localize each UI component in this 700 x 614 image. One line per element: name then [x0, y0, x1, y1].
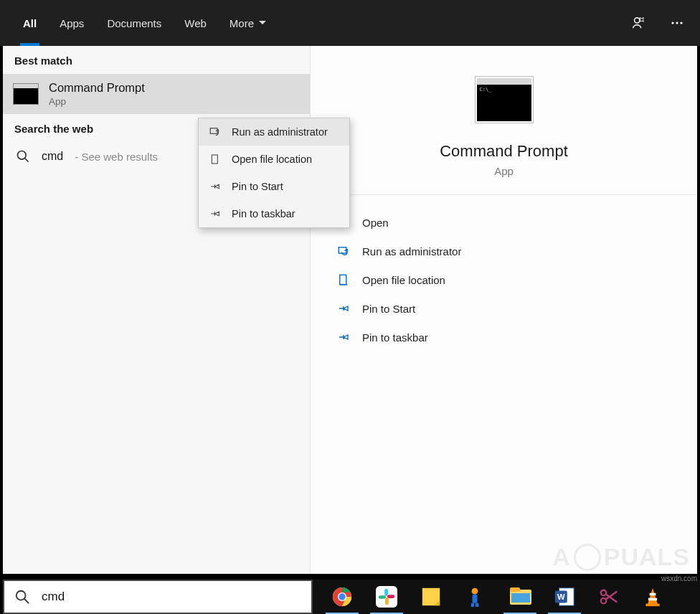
detail-app-icon-frame [475, 76, 534, 123]
svg-rect-25 [471, 603, 474, 607]
action-open[interactable]: Open [331, 208, 697, 237]
svg-rect-29 [511, 593, 530, 603]
sticky-notes-icon [420, 586, 442, 608]
taskbar-app-word[interactable]: W [542, 580, 587, 614]
feedback-icon[interactable] [628, 13, 648, 33]
svg-rect-24 [473, 595, 478, 603]
taskbar-app-chrome[interactable] [320, 580, 364, 614]
watermark-text-a: A [552, 543, 571, 571]
svg-rect-28 [510, 587, 520, 592]
result-title: Command Prompt [49, 81, 145, 95]
more-options-icon[interactable] [667, 13, 687, 33]
slack-icon [376, 586, 397, 608]
action-label: Pin to Start [362, 303, 415, 315]
pin-taskbar-icon [209, 207, 222, 220]
svg-rect-18 [384, 589, 388, 596]
ctx-pin-start[interactable]: Pin to Start [199, 173, 349, 200]
svg-point-23 [472, 588, 478, 595]
svg-line-12 [24, 599, 29, 603]
scissors-icon [598, 586, 620, 608]
ctx-pin-taskbar[interactable]: Pin to taskbar [199, 200, 349, 227]
shield-admin-icon [336, 244, 351, 258]
svg-rect-35 [650, 593, 656, 596]
ctx-label: Open file location [232, 154, 312, 165]
tab-all[interactable]: All [11, 0, 48, 46]
action-open-location[interactable]: Open file location [331, 265, 697, 294]
ctx-label: Pin to Start [232, 181, 283, 192]
action-label: Pin to taskbar [362, 331, 428, 344]
file-explorer-icon [509, 586, 531, 608]
taskbar-app-snip[interactable] [587, 580, 631, 614]
result-text: Command Prompt App [49, 81, 145, 107]
detail-actions: Open Run as administrator Open file loca… [311, 195, 697, 351]
best-match-header: Best match [3, 46, 310, 74]
svg-point-16 [339, 593, 345, 600]
person-icon [465, 586, 486, 608]
tab-documents[interactable]: Documents [95, 0, 173, 46]
svg-text:W: W [557, 592, 565, 601]
tab-more[interactable]: More [218, 0, 278, 46]
detail-subtitle: App [494, 165, 514, 177]
taskbar-app-slack[interactable] [364, 580, 409, 614]
pin-taskbar-icon [336, 330, 351, 344]
svg-rect-19 [379, 595, 386, 599]
action-label: Run as administrator [362, 245, 461, 258]
chrome-icon [331, 586, 353, 608]
svg-point-2 [676, 22, 678, 24]
svg-rect-10 [212, 155, 217, 164]
action-pin-start[interactable]: Pin to Start [331, 294, 697, 323]
vlc-cone-icon [643, 586, 664, 608]
taskbar: W [313, 580, 700, 614]
svg-point-1 [671, 22, 673, 24]
action-label: Open file location [362, 274, 445, 286]
search-tabs-bar: All Apps Documents Web More [0, 0, 700, 46]
taskbar-app-explorer[interactable] [498, 580, 542, 614]
watermark: A PUALS [552, 543, 690, 571]
web-hint: - See web results [75, 151, 158, 163]
action-pin-taskbar[interactable]: Pin to taskbar [331, 323, 697, 351]
search-icon [14, 589, 30, 605]
pin-start-icon [336, 301, 351, 316]
svg-point-0 [635, 18, 640, 23]
tab-apps[interactable]: Apps [48, 0, 95, 46]
tabbar-right [628, 13, 700, 33]
search-results-panel: Best match Command Prompt App Search the… [3, 46, 697, 574]
watermark-text-b: PUALS [604, 543, 690, 571]
tab-label: All [23, 17, 37, 29]
ctx-run-admin[interactable]: Run as administrator [199, 118, 349, 146]
pin-start-icon [209, 180, 222, 193]
svg-point-4 [18, 151, 27, 160]
context-menu: Run as administrator Open file location … [198, 118, 350, 228]
details-column: Command Prompt App Open Run as administr… [310, 46, 697, 574]
web-query: cmd [42, 150, 63, 163]
ctx-label: Run as administrator [232, 126, 328, 138]
action-run-admin[interactable]: Run as administrator [331, 237, 697, 265]
search-icon [16, 149, 30, 164]
action-label: Open [362, 217, 389, 229]
svg-rect-8 [340, 275, 346, 285]
tab-label: More [230, 17, 254, 29]
tab-label: Web [184, 17, 207, 29]
svg-rect-36 [648, 598, 657, 601]
folder-icon [336, 273, 351, 287]
word-icon: W [554, 586, 575, 608]
svg-rect-21 [387, 595, 394, 598]
taskbar-app-stickynotes[interactable] [409, 580, 453, 614]
search-bar[interactable] [3, 580, 313, 614]
svg-rect-20 [385, 598, 389, 605]
detail-header: Command Prompt App [311, 46, 697, 195]
svg-rect-26 [476, 603, 478, 607]
taskbar-app-vlc[interactable] [631, 580, 676, 614]
tabs-container: All Apps Documents Web More [0, 0, 278, 46]
best-match-result[interactable]: Command Prompt App [3, 74, 310, 114]
tab-web[interactable]: Web [173, 0, 218, 46]
search-input[interactable] [42, 590, 301, 604]
folder-icon [209, 153, 222, 166]
svg-point-11 [16, 591, 26, 600]
attribution-text: wsxdn.com [661, 575, 697, 582]
command-prompt-icon [477, 78, 531, 121]
command-prompt-icon [13, 83, 39, 105]
result-subtitle: App [49, 96, 145, 107]
taskbar-app-generic-runner[interactable] [453, 580, 498, 614]
ctx-open-location[interactable]: Open file location [199, 146, 349, 173]
